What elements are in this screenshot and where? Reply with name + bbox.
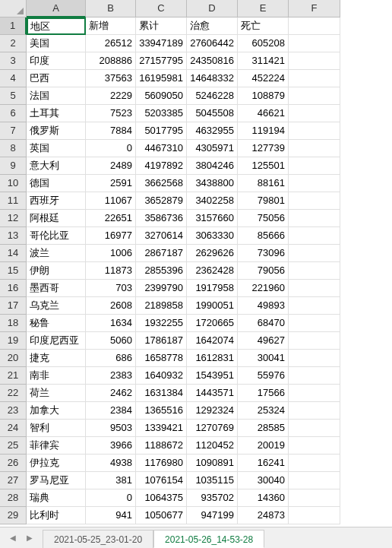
cell-C3[interactable]: 27157795 <box>136 52 187 70</box>
cell-B2[interactable]: 26512 <box>86 35 136 52</box>
cell-F7[interactable] <box>289 122 340 140</box>
cell-E14[interactable]: 73096 <box>238 245 289 262</box>
cell-C6[interactable]: 5203385 <box>136 105 187 122</box>
cell-B27[interactable]: 381 <box>86 472 136 489</box>
cell-C26[interactable]: 1176980 <box>136 455 187 472</box>
row-header-6[interactable]: 6 <box>0 105 27 122</box>
cell-D12[interactable]: 3157660 <box>187 210 238 227</box>
cell-E21[interactable]: 55976 <box>238 367 289 385</box>
tab-next-icon[interactable]: ▶ <box>23 531 36 545</box>
cell-B3[interactable]: 208886 <box>86 52 136 70</box>
cell-D27[interactable]: 1035115 <box>187 472 238 489</box>
row-header-11[interactable]: 11 <box>0 192 27 210</box>
cell-F17[interactable] <box>289 297 340 315</box>
cell-C24[interactable]: 1339421 <box>136 420 187 437</box>
column-header-F[interactable]: F <box>289 0 340 17</box>
cell-D9[interactable]: 3804246 <box>187 157 238 175</box>
cell-C17[interactable]: 2189858 <box>136 297 187 315</box>
cell-E12[interactable]: 75056 <box>238 210 289 227</box>
row-header-19[interactable]: 19 <box>0 332 27 350</box>
cell-B18[interactable]: 1634 <box>86 315 136 332</box>
cell-F1[interactable] <box>289 17 340 35</box>
cell-E17[interactable]: 49893 <box>238 297 289 315</box>
cell-C25[interactable]: 1188672 <box>136 437 187 455</box>
cell-B16[interactable]: 703 <box>86 280 136 297</box>
row-header-17[interactable]: 17 <box>0 297 27 315</box>
column-header-D[interactable]: D <box>187 0 238 17</box>
column-header-A[interactable]: A <box>27 0 86 17</box>
cell-E20[interactable]: 30041 <box>238 350 289 367</box>
row-header-23[interactable]: 23 <box>0 402 27 420</box>
cell-C4[interactable]: 16195981 <box>136 70 187 87</box>
cell-C29[interactable]: 1050677 <box>136 507 187 524</box>
cell-D11[interactable]: 3402258 <box>187 192 238 210</box>
cell-E18[interactable]: 68470 <box>238 315 289 332</box>
cell-D26[interactable]: 1090891 <box>187 455 238 472</box>
cell-F10[interactable] <box>289 175 340 192</box>
cell-F13[interactable] <box>289 227 340 245</box>
row-header-5[interactable]: 5 <box>0 87 27 105</box>
sheet-tab[interactable]: 2021-05-25_23-01-20 <box>43 530 153 548</box>
cell-C28[interactable]: 1064375 <box>136 489 187 507</box>
cell-F28[interactable] <box>289 489 340 507</box>
cell-F12[interactable] <box>289 210 340 227</box>
cell-E23[interactable]: 25324 <box>238 402 289 420</box>
cell-D23[interactable]: 1292324 <box>187 402 238 420</box>
cell-B7[interactable]: 7884 <box>86 122 136 140</box>
cell-A27[interactable]: 罗马尼亚 <box>27 472 86 489</box>
cell-F2[interactable] <box>289 35 340 52</box>
cell-F20[interactable] <box>289 350 340 367</box>
column-header-C[interactable]: C <box>136 0 187 17</box>
cell-A23[interactable]: 加拿大 <box>27 402 86 420</box>
cell-A21[interactable]: 南非 <box>27 367 86 385</box>
cell-D16[interactable]: 1917958 <box>187 280 238 297</box>
cell-A24[interactable]: 智利 <box>27 420 86 437</box>
column-header-E[interactable]: E <box>238 0 289 17</box>
cell-A19[interactable]: 印度尼西亚 <box>27 332 86 350</box>
cell-F3[interactable] <box>289 52 340 70</box>
cell-D6[interactable]: 5045508 <box>187 105 238 122</box>
cell-B9[interactable]: 2489 <box>86 157 136 175</box>
row-header-27[interactable]: 27 <box>0 472 27 489</box>
cell-B21[interactable]: 2383 <box>86 367 136 385</box>
cell-B19[interactable]: 5060 <box>86 332 136 350</box>
cell-C23[interactable]: 1365516 <box>136 402 187 420</box>
cell-A13[interactable]: 哥伦比亚 <box>27 227 86 245</box>
cell-B25[interactable]: 3966 <box>86 437 136 455</box>
cell-C10[interactable]: 3662568 <box>136 175 187 192</box>
cell-A22[interactable]: 荷兰 <box>27 385 86 402</box>
row-header-22[interactable]: 22 <box>0 385 27 402</box>
cell-C22[interactable]: 1631384 <box>136 385 187 402</box>
row-header-12[interactable]: 12 <box>0 210 27 227</box>
cell-A9[interactable]: 意大利 <box>27 157 86 175</box>
cell-D21[interactable]: 1543951 <box>187 367 238 385</box>
cell-F21[interactable] <box>289 367 340 385</box>
cell-F26[interactable] <box>289 455 340 472</box>
cell-A8[interactable]: 英国 <box>27 140 86 157</box>
cell-B6[interactable]: 7523 <box>86 105 136 122</box>
cell-A15[interactable]: 伊朗 <box>27 262 86 280</box>
cell-F11[interactable] <box>289 192 340 210</box>
cell-E26[interactable]: 16241 <box>238 455 289 472</box>
cell-A10[interactable]: 德国 <box>27 175 86 192</box>
cell-D1[interactable]: 治愈 <box>187 17 238 35</box>
cell-D8[interactable]: 4305971 <box>187 140 238 157</box>
cell-B11[interactable]: 11067 <box>86 192 136 210</box>
cell-B14[interactable]: 1006 <box>86 245 136 262</box>
cell-A14[interactable]: 波兰 <box>27 245 86 262</box>
cell-E4[interactable]: 452224 <box>238 70 289 87</box>
cell-A26[interactable]: 伊拉克 <box>27 455 86 472</box>
row-header-29[interactable]: 29 <box>0 507 27 524</box>
row-header-15[interactable]: 15 <box>0 262 27 280</box>
cell-B5[interactable]: 2229 <box>86 87 136 105</box>
row-header-7[interactable]: 7 <box>0 122 27 140</box>
row-header-13[interactable]: 13 <box>0 227 27 245</box>
cell-E29[interactable]: 24873 <box>238 507 289 524</box>
row-header-1[interactable]: 1 <box>0 17 27 35</box>
cell-D19[interactable]: 1642074 <box>187 332 238 350</box>
cell-E3[interactable]: 311421 <box>238 52 289 70</box>
cell-D14[interactable]: 2629626 <box>187 245 238 262</box>
cell-E15[interactable]: 79056 <box>238 262 289 280</box>
cell-C13[interactable]: 3270614 <box>136 227 187 245</box>
cell-D3[interactable]: 24350816 <box>187 52 238 70</box>
